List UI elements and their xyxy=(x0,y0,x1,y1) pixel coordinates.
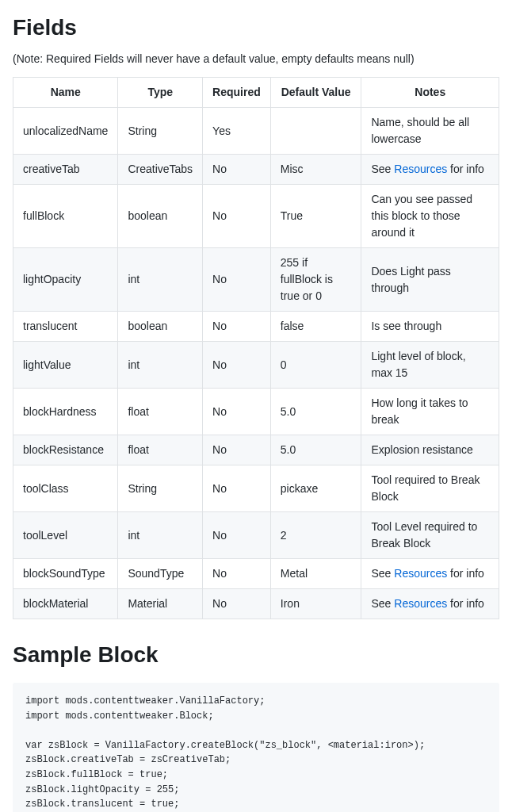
cell-type: boolean xyxy=(118,312,203,342)
cell-default: 255 if fullBlock is true or 0 xyxy=(270,248,361,312)
cell-required: No xyxy=(203,465,271,512)
col-type: Type xyxy=(118,78,203,108)
table-row: blockHardnessfloatNo5.0How long it takes… xyxy=(13,389,499,435)
cell-default: pickaxe xyxy=(270,465,361,512)
cell-name: blockMaterial xyxy=(13,589,118,619)
cell-name: blockHardness xyxy=(13,389,118,435)
table-row: unlocalizedNameStringYesName, should be … xyxy=(13,108,499,155)
cell-notes: Name, should be all lowercase xyxy=(361,108,499,155)
cell-type: Material xyxy=(118,589,203,619)
resources-link[interactable]: Resources xyxy=(394,567,447,580)
cell-notes: See Resources for info xyxy=(361,559,499,589)
cell-notes: See Resources for info xyxy=(361,155,499,185)
cell-default: Iron xyxy=(270,589,361,619)
cell-default: True xyxy=(270,185,361,248)
cell-name: lightOpacity xyxy=(13,248,118,312)
cell-notes: See Resources for info xyxy=(361,589,499,619)
cell-notes: Is see through xyxy=(361,312,499,342)
col-default: Default Value xyxy=(270,78,361,108)
cell-notes: Tool Level required to Break Block xyxy=(361,512,499,559)
cell-type: int xyxy=(118,342,203,389)
cell-name: fullBlock xyxy=(13,185,118,248)
cell-required: No xyxy=(203,589,271,619)
cell-required: No xyxy=(203,389,271,435)
note-text: (Note: Required Fields will never have a… xyxy=(13,51,499,67)
resources-link[interactable]: Resources xyxy=(394,597,447,610)
cell-type: float xyxy=(118,389,203,435)
table-row: toolClassStringNopickaxeTool required to… xyxy=(13,465,499,512)
cell-default: Metal xyxy=(270,559,361,589)
resources-link[interactable]: Resources xyxy=(394,163,447,175)
cell-name: toolClass xyxy=(13,465,118,512)
cell-notes: Light level of block, max 15 xyxy=(361,342,499,389)
table-row: blockMaterialMaterialNoIronSee Resources… xyxy=(13,589,499,619)
table-row: lightOpacityintNo255 if fullBlock is tru… xyxy=(13,248,499,312)
cell-type: boolean xyxy=(118,185,203,248)
fields-table: Name Type Required Default Value Notes u… xyxy=(13,77,499,619)
cell-name: toolLevel xyxy=(13,512,118,559)
cell-type: String xyxy=(118,108,203,155)
cell-type: int xyxy=(118,512,203,559)
cell-type: CreativeTabs xyxy=(118,155,203,185)
table-row: fullBlockbooleanNoTrueCan you see passed… xyxy=(13,185,499,248)
cell-notes: Explosion resistance xyxy=(361,435,499,465)
col-required: Required xyxy=(203,78,271,108)
cell-default: 5.0 xyxy=(270,435,361,465)
cell-required: No xyxy=(203,185,271,248)
table-row: blockResistancefloatNo5.0Explosion resis… xyxy=(13,435,499,465)
cell-name: creativeTab xyxy=(13,155,118,185)
cell-required: No xyxy=(203,248,271,312)
cell-required: No xyxy=(203,435,271,465)
cell-type: SoundType xyxy=(118,559,203,589)
cell-default: false xyxy=(270,312,361,342)
table-row: creativeTabCreativeTabsNoMiscSee Resourc… xyxy=(13,155,499,185)
cell-default: 2 xyxy=(270,512,361,559)
table-row: lightValueintNo0Light level of block, ma… xyxy=(13,342,499,389)
cell-name: blockSoundType xyxy=(13,559,118,589)
cell-required: No xyxy=(203,559,271,589)
col-notes: Notes xyxy=(361,78,499,108)
cell-name: translucent xyxy=(13,312,118,342)
table-header-row: Name Type Required Default Value Notes xyxy=(13,78,499,108)
table-row: translucentbooleanNofalseIs see through xyxy=(13,312,499,342)
cell-type: String xyxy=(118,465,203,512)
cell-default: 0 xyxy=(270,342,361,389)
heading-fields: Fields xyxy=(13,11,499,44)
cell-default xyxy=(270,108,361,155)
cell-notes: How long it takes to break xyxy=(361,389,499,435)
cell-name: lightValue xyxy=(13,342,118,389)
col-name: Name xyxy=(13,78,118,108)
heading-sample: Sample Block xyxy=(13,638,499,672)
cell-required: No xyxy=(203,512,271,559)
table-row: toolLevelintNo2Tool Level required to Br… xyxy=(13,512,499,559)
cell-default: Misc xyxy=(270,155,361,185)
table-row: blockSoundTypeSoundTypeNoMetalSee Resour… xyxy=(13,559,499,589)
cell-required: Yes xyxy=(203,108,271,155)
cell-type: int xyxy=(118,248,203,312)
cell-required: No xyxy=(203,342,271,389)
code-block: import mods.contenttweaker.VanillaFactor… xyxy=(13,683,499,812)
cell-name: blockResistance xyxy=(13,435,118,465)
cell-notes: Can you see passed this block to those a… xyxy=(361,185,499,248)
cell-required: No xyxy=(203,312,271,342)
cell-required: No xyxy=(203,155,271,185)
cell-notes: Tool required to Break Block xyxy=(361,465,499,512)
cell-type: float xyxy=(118,435,203,465)
cell-name: unlocalizedName xyxy=(13,108,118,155)
cell-notes: Does Light pass through xyxy=(361,248,499,312)
cell-default: 5.0 xyxy=(270,389,361,435)
